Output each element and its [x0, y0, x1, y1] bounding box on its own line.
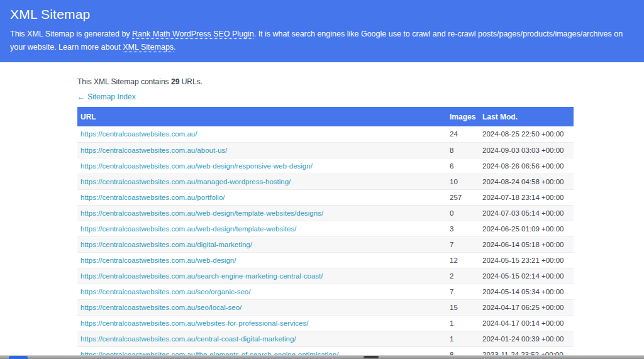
- sitemap-url-link[interactable]: https://centralcoastwebsites.com.au/seo/…: [80, 304, 242, 311]
- description-text: This XML Sitemap is generated by: [10, 30, 132, 38]
- last-mod-cell: 2024-05-15 02:14 +00:00: [479, 268, 574, 284]
- url-cell: https://centralcoastwebsites.com.au/sear…: [77, 268, 447, 284]
- images-count-cell: 3: [447, 221, 479, 236]
- last-mod-cell: 2024-07-03 05:14 +00:00: [479, 205, 574, 221]
- table-header-row: URL Images Last Mod.: [77, 107, 574, 126]
- last-mod-cell: 2024-07-18 23:14 +00:00: [479, 189, 574, 205]
- sitemap-url-link[interactable]: https://centralcoastwebsites.com.au/abou…: [80, 146, 227, 154]
- last-mod-cell: 2024-04-17 00:14 +00:00: [479, 315, 574, 331]
- table-row: https://centralcoastwebsites.com.au/webs…: [77, 315, 574, 331]
- url-count-suffix: URLs.: [179, 77, 203, 86]
- table-row: https://centralcoastwebsites.com.au/cent…: [77, 331, 574, 346]
- url-cell: https://centralcoastwebsites.com.au/web-…: [77, 252, 447, 268]
- sitemap-url-link[interactable]: https://centralcoastwebsites.com.au/seo/…: [80, 288, 250, 295]
- dock-bar: [0, 355, 644, 359]
- url-count-text: This XML Sitemap contains 29 URLs.: [77, 62, 574, 86]
- last-mod-cell: 2024-08-26 06:56 +00:00: [479, 158, 574, 174]
- last-mod-cell: 2024-09-03 03:03 +00:00: [479, 142, 574, 158]
- sitemap-url-link[interactable]: https://centralcoastwebsites.com.au/web-…: [80, 209, 323, 217]
- table-row: https://centralcoastwebsites.com.au/2420…: [77, 126, 574, 142]
- column-header-url: URL: [77, 107, 447, 126]
- back-arrow-icon: ←: [77, 92, 85, 101]
- dock-icon[interactable]: [9, 356, 28, 359]
- table-row: https://centralcoastwebsites.com.au/seo/…: [77, 299, 574, 315]
- images-count-cell: 12: [447, 252, 479, 268]
- images-count-cell: 1: [447, 331, 479, 346]
- table-row: https://centralcoastwebsites.com.au/web-…: [77, 158, 574, 174]
- url-count: 29: [171, 77, 179, 86]
- images-count-cell: 1: [447, 315, 479, 331]
- url-cell: https://centralcoastwebsites.com.au/port…: [77, 189, 447, 205]
- sitemap-url-link[interactable]: https://centralcoastwebsites.com.au/sear…: [80, 272, 323, 280]
- last-mod-cell: 2024-08-25 22:50 +00:00: [479, 126, 574, 142]
- images-count-cell: 2: [447, 268, 479, 284]
- sitemap-table: URL Images Last Mod. https://centralcoas…: [77, 107, 574, 359]
- table-row: https://centralcoastwebsites.com.au/mana…: [77, 174, 574, 189]
- sitemap-description: This XML Sitemap is generated by Rank Ma…: [10, 28, 623, 54]
- images-count-cell: 24: [447, 126, 479, 142]
- url-cell: https://centralcoastwebsites.com.au/: [77, 126, 447, 142]
- dock-icon[interactable]: [364, 356, 379, 358]
- table-row: https://centralcoastwebsites.com.au/port…: [77, 189, 574, 205]
- description-text: .: [174, 43, 175, 52]
- url-cell: https://centralcoastwebsites.com.au/seo/…: [77, 299, 447, 315]
- url-cell: https://centralcoastwebsites.com.au/digi…: [77, 236, 447, 252]
- sitemap-url-link[interactable]: https://centralcoastwebsites.com.au/: [80, 130, 197, 138]
- table-row: https://centralcoastwebsites.com.au/web-…: [77, 205, 574, 221]
- main-content: This XML Sitemap contains 29 URLs. ←Site…: [77, 62, 574, 359]
- rank-math-plugin-link[interactable]: Rank Math WordPress SEO Plugin: [132, 30, 254, 38]
- table-row: https://centralcoastwebsites.com.au/abou…: [77, 142, 574, 158]
- sitemap-url-link[interactable]: https://centralcoastwebsites.com.au/digi…: [80, 241, 252, 248]
- images-count-cell: 7: [447, 236, 479, 252]
- last-mod-cell: 2024-08-24 04:58 +00:00: [479, 174, 574, 189]
- sitemap-url-link[interactable]: https://centralcoastwebsites.com.au/web-…: [80, 162, 313, 170]
- last-mod-cell: 2024-06-25 01:09 +00:00: [479, 221, 574, 236]
- column-header-last-mod: Last Mod.: [479, 107, 574, 126]
- url-cell: https://centralcoastwebsites.com.au/webs…: [77, 315, 447, 331]
- images-count-cell: 10: [447, 174, 479, 189]
- page-title: XML Sitemap: [10, 0, 634, 22]
- sitemap-url-link[interactable]: https://centralcoastwebsites.com.au/webs…: [80, 319, 308, 327]
- url-cell: https://centralcoastwebsites.com.au/mana…: [77, 174, 447, 189]
- table-row: https://centralcoastwebsites.com.au/web-…: [77, 252, 574, 268]
- images-count-cell: 257: [447, 189, 479, 205]
- images-count-cell: 7: [447, 284, 479, 299]
- column-header-images: Images: [447, 107, 479, 126]
- last-mod-cell: 2024-04-17 06:25 +00:00: [479, 299, 574, 315]
- images-count-cell: 15: [447, 299, 479, 315]
- url-count-prefix: This XML Sitemap contains: [77, 77, 171, 86]
- images-count-cell: 8: [447, 142, 479, 158]
- last-mod-cell: 2024-05-14 05:34 +00:00: [479, 284, 574, 299]
- url-cell: https://centralcoastwebsites.com.au/abou…: [77, 142, 447, 158]
- url-cell: https://centralcoastwebsites.com.au/web-…: [77, 221, 447, 236]
- sitemap-header-banner: XML Sitemap This XML Sitemap is generate…: [0, 0, 644, 62]
- table-row: https://centralcoastwebsites.com.au/sear…: [77, 268, 574, 284]
- url-cell: https://centralcoastwebsites.com.au/web-…: [77, 205, 447, 221]
- table-row: https://centralcoastwebsites.com.au/seo/…: [77, 284, 574, 299]
- sitemap-url-link[interactable]: https://centralcoastwebsites.com.au/cent…: [80, 335, 296, 343]
- table-row: https://centralcoastwebsites.com.au/web-…: [77, 221, 574, 236]
- sitemap-url-link[interactable]: https://centralcoastwebsites.com.au/mana…: [80, 178, 291, 185]
- sitemap-table-body: https://centralcoastwebsites.com.au/2420…: [77, 126, 574, 359]
- last-mod-cell: 2024-05-15 23:21 +00:00: [479, 252, 574, 268]
- xml-sitemaps-link[interactable]: XML Sitemaps: [123, 43, 174, 52]
- images-count-cell: 6: [447, 158, 479, 174]
- sitemap-url-link[interactable]: https://centralcoastwebsites.com.au/web-…: [80, 225, 296, 233]
- sitemap-index-link[interactable]: ←Sitemap Index: [77, 92, 136, 101]
- last-mod-cell: 2024-06-14 05:18 +00:00: [479, 236, 574, 252]
- url-cell: https://centralcoastwebsites.com.au/web-…: [77, 158, 447, 174]
- sitemap-url-link[interactable]: https://centralcoastwebsites.com.au/web-…: [80, 257, 236, 264]
- images-count-cell: 0: [447, 205, 479, 221]
- sitemap-index-label: Sitemap Index: [87, 92, 136, 101]
- last-mod-cell: 2024-01-24 00:39 +00:00: [479, 331, 574, 346]
- sitemap-url-link[interactable]: https://centralcoastwebsites.com.au/port…: [80, 194, 225, 201]
- url-cell: https://centralcoastwebsites.com.au/cent…: [77, 331, 447, 346]
- table-row: https://centralcoastwebsites.com.au/digi…: [77, 236, 574, 252]
- url-cell: https://centralcoastwebsites.com.au/seo/…: [77, 284, 447, 299]
